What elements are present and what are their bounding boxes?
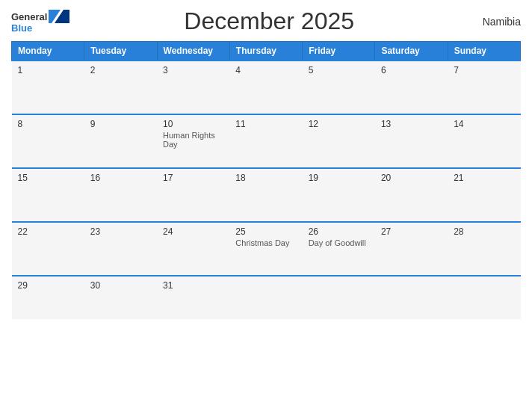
- day-number: 29: [18, 280, 78, 291]
- calendar-cell: 12: [303, 114, 375, 168]
- day-number: 19: [309, 173, 369, 183]
- calendar-cell: 23: [84, 222, 157, 276]
- logo-flag-icon: [49, 10, 69, 23]
- day-number: 5: [309, 65, 369, 75]
- calendar-cell: 4: [229, 61, 302, 114]
- calendar-cell: 19: [303, 168, 375, 222]
- header-friday: Friday: [303, 42, 375, 61]
- calendar-cell: 11: [229, 114, 302, 168]
- calendar-cell: 2: [84, 61, 157, 114]
- calendar-cell: [229, 276, 302, 319]
- calendar-grid: Monday Tuesday Wednesday Thursday Friday…: [11, 41, 521, 319]
- calendar-cell: 25Christmas Day: [229, 222, 302, 276]
- header-tuesday: Tuesday: [84, 42, 157, 61]
- calendar-cell: 10Human Rights Day: [157, 114, 229, 168]
- day-number: 27: [381, 226, 442, 237]
- calendar-cell: 14: [448, 114, 520, 168]
- week-row-3: 15161718192021: [12, 168, 521, 222]
- week-row-5: 293031: [12, 276, 521, 319]
- day-number: 3: [163, 65, 223, 75]
- calendar-cell: 7: [448, 61, 520, 114]
- month-title: December 2025: [69, 7, 468, 35]
- day-number: 8: [18, 119, 78, 129]
- day-number: 26: [309, 226, 369, 237]
- calendar-cell: 6: [375, 61, 448, 114]
- calendar-cell: [448, 276, 520, 319]
- calendar-cell: 29: [12, 276, 84, 319]
- calendar-cell: 15: [12, 168, 84, 222]
- day-number: 11: [235, 119, 296, 129]
- calendar-cell: [375, 276, 448, 319]
- week-row-4: 22232425Christmas Day26Day of Goodwill27…: [12, 222, 521, 276]
- day-number: 15: [18, 173, 78, 183]
- day-number: 21: [454, 173, 514, 183]
- day-number: 7: [454, 65, 514, 75]
- calendar-cell: 30: [84, 276, 157, 319]
- event-label: Human Rights Day: [163, 131, 223, 149]
- header-wednesday: Wednesday: [157, 42, 229, 61]
- calendar-cell: 28: [448, 222, 520, 276]
- calendar-cell: 27: [375, 222, 448, 276]
- calendar-cell: 21: [448, 168, 520, 222]
- header-saturday: Saturday: [375, 42, 448, 61]
- calendar-cell: 16: [84, 168, 157, 222]
- calendar-cell: 31: [157, 276, 229, 319]
- header-monday: Monday: [12, 42, 84, 61]
- day-number: 31: [163, 280, 223, 291]
- day-number: 30: [90, 280, 151, 291]
- day-number: 2: [90, 65, 151, 75]
- day-number: 4: [235, 65, 296, 75]
- weekday-header-row: Monday Tuesday Wednesday Thursday Friday…: [12, 42, 521, 61]
- calendar-cell: 3: [157, 61, 229, 114]
- logo-blue-text: Blue: [11, 23, 69, 33]
- day-number: 20: [381, 173, 442, 183]
- calendar-cell: 22: [12, 222, 84, 276]
- day-number: 17: [163, 173, 223, 183]
- day-number: 28: [454, 226, 514, 237]
- day-number: 13: [381, 119, 442, 129]
- calendar-header: General Blue December 2025 Namibia: [11, 7, 521, 35]
- event-label: Christmas Day: [235, 238, 296, 247]
- day-number: 10: [163, 119, 223, 129]
- week-row-2: 8910Human Rights Day11121314: [12, 114, 521, 168]
- calendar-cell: 5: [303, 61, 375, 114]
- event-label: Day of Goodwill: [309, 238, 369, 247]
- logo-general-text: General: [11, 12, 47, 22]
- logo: General Blue: [11, 10, 69, 33]
- day-number: 16: [90, 173, 151, 183]
- header-thursday: Thursday: [229, 42, 302, 61]
- day-number: 23: [90, 226, 151, 237]
- calendar-cell: 9: [84, 114, 157, 168]
- calendar-cell: 17: [157, 168, 229, 222]
- country-label: Namibia: [468, 16, 521, 28]
- calendar-cell: 26Day of Goodwill: [303, 222, 375, 276]
- day-number: 22: [18, 226, 78, 237]
- calendar-cell: 13: [375, 114, 448, 168]
- day-number: 24: [163, 226, 223, 237]
- day-number: 9: [90, 119, 151, 129]
- day-number: 12: [309, 119, 369, 129]
- calendar-cell: 1: [12, 61, 84, 114]
- calendar-cell: 18: [229, 168, 302, 222]
- calendar-cell: 8: [12, 114, 84, 168]
- day-number: 14: [454, 119, 514, 129]
- week-row-1: 1234567: [12, 61, 521, 114]
- calendar-container: General Blue December 2025 Namibia Monda…: [0, 0, 532, 411]
- day-number: 18: [235, 173, 296, 183]
- calendar-cell: [303, 276, 375, 319]
- day-number: 25: [235, 226, 296, 237]
- day-number: 6: [381, 65, 442, 75]
- calendar-cell: 24: [157, 222, 229, 276]
- day-number: 1: [18, 65, 78, 75]
- header-sunday: Sunday: [448, 42, 520, 61]
- calendar-cell: 20: [375, 168, 448, 222]
